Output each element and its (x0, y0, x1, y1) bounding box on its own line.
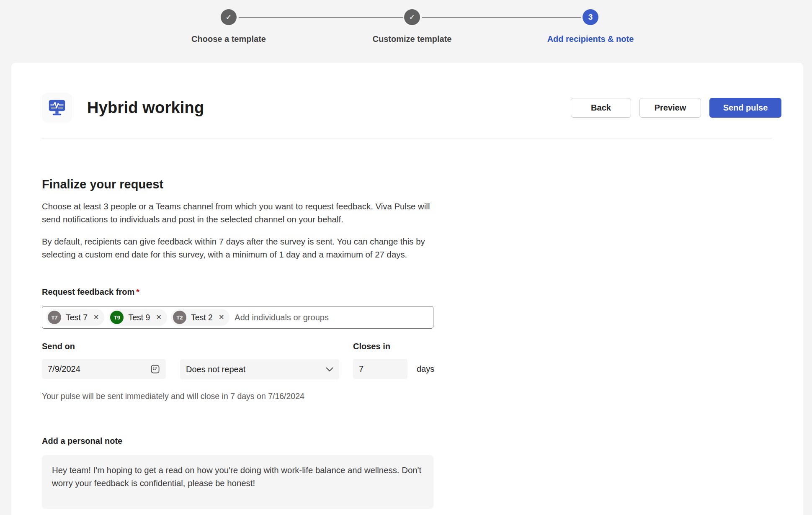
recipients-label-text: Request feedback from (42, 287, 134, 296)
stepper-connector-1 (239, 17, 403, 18)
finalize-paragraph-2: By default, recipients can give feedback… (42, 235, 441, 261)
recipient-name: Test 7 (66, 313, 88, 322)
step-2-indicator[interactable]: ✓ (404, 9, 420, 25)
recipients-label: Request feedback from* (42, 287, 781, 297)
calendar-icon (150, 364, 160, 374)
wizard-stepper: ✓ ✓ 3 Choose a template Customize templa… (0, 0, 812, 63)
avatar: T9 (110, 311, 124, 324)
remove-recipient-icon[interactable]: ✕ (156, 314, 161, 321)
recipient-name: Test 9 (128, 313, 150, 322)
closes-in-label: Closes in (353, 342, 434, 351)
people-picker[interactable]: T7 Test 7 ✕ T9 Test 9 ✕ T2 Test 2 ✕ (42, 306, 433, 329)
personal-note-label: Add a personal note (42, 436, 781, 446)
send-on-date-field[interactable]: 7/9/2024 (42, 359, 166, 379)
recipient-chip[interactable]: T2 Test 2 ✕ (171, 309, 229, 326)
send-on-label: Send on (42, 342, 166, 351)
schedule-helper-text: Your pulse will be sent immediately and … (42, 391, 781, 401)
main-card: Hybrid working Back Preview Send pulse F… (11, 63, 803, 515)
page-title: Hybrid working (87, 99, 204, 117)
template-icon-box (42, 93, 72, 123)
step-1-indicator[interactable]: ✓ (221, 9, 237, 25)
recipient-name: Test 2 (191, 313, 213, 322)
survey-header: Hybrid working Back Preview Send pulse (42, 93, 781, 123)
schedule-row: Send on 7/9/2024 Does not repeat (42, 342, 781, 379)
repeat-value: Does not repeat (186, 365, 245, 374)
header-divider (42, 139, 772, 139)
send-pulse-button[interactable]: Send pulse (709, 98, 781, 118)
pulse-monitor-icon (48, 99, 66, 116)
stepper-connector-2 (422, 17, 581, 18)
send-on-date-value: 7/9/2024 (48, 364, 80, 374)
preview-button[interactable]: Preview (639, 98, 701, 118)
recipient-chip[interactable]: T7 Test 7 ✕ (46, 309, 104, 326)
add-recipients-input[interactable] (234, 312, 429, 323)
back-button[interactable]: Back (571, 98, 631, 118)
step-3-label[interactable]: Add recipients & note (547, 34, 634, 44)
finalize-paragraph-1: Choose at least 3 people or a Teams chan… (42, 200, 441, 226)
avatar: T7 (48, 311, 61, 324)
check-icon: ✓ (225, 13, 232, 22)
step-2-label[interactable]: Customize template (373, 34, 452, 44)
personal-note-textarea[interactable]: Hey team! I'm hoping to get a read on ho… (42, 455, 433, 509)
recipient-chip[interactable]: T9 Test 9 ✕ (108, 309, 167, 326)
chevron-down-icon (326, 367, 333, 372)
step-3-number: 3 (588, 13, 593, 22)
step-3-indicator[interactable]: 3 (583, 9, 598, 25)
days-unit-label: days (417, 364, 434, 374)
required-asterisk: * (136, 287, 139, 296)
repeat-dropdown[interactable]: Does not repeat (180, 359, 339, 379)
finalize-section: Finalize your request Choose at least 3 … (42, 178, 781, 261)
avatar: T2 (173, 311, 186, 324)
remove-recipient-icon[interactable]: ✕ (93, 314, 99, 321)
check-icon: ✓ (409, 13, 415, 22)
remove-recipient-icon[interactable]: ✕ (219, 314, 224, 321)
header-actions: Back Preview Send pulse (571, 98, 781, 118)
step-1-label[interactable]: Choose a template (191, 34, 266, 44)
closes-in-input[interactable] (353, 359, 407, 379)
finalize-heading: Finalize your request (42, 178, 781, 191)
